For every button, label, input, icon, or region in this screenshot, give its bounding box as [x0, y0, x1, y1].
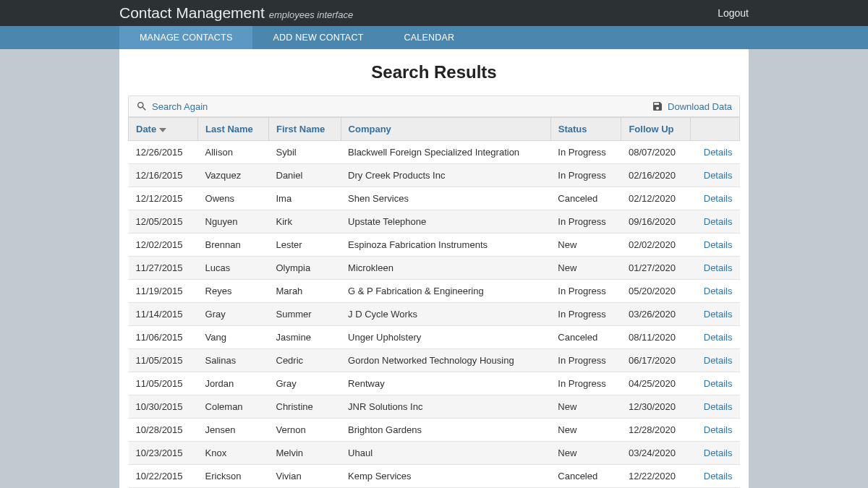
- cell: Kirk: [269, 210, 341, 234]
- details-link[interactable]: Details: [698, 193, 733, 204]
- cell: 03/26/2020: [621, 303, 691, 326]
- cell: 02/12/2020: [621, 187, 691, 210]
- page-title: Search Results: [128, 62, 740, 82]
- cell: In Progress: [550, 280, 621, 303]
- cell: 03/24/2020: [621, 442, 691, 465]
- cell: Daniel: [269, 164, 341, 187]
- details-link[interactable]: Details: [698, 448, 733, 458]
- table-row: 12/16/2015VazquezDanielDry Creek Product…: [129, 164, 740, 187]
- column-header-status[interactable]: Status: [550, 118, 621, 141]
- cell: Coleman: [198, 395, 269, 419]
- cell: New: [550, 257, 621, 280]
- cell: Owens: [198, 187, 269, 210]
- cell: In Progress: [550, 349, 621, 372]
- cell: 12/05/2015: [129, 210, 198, 234]
- cell: Lucas: [198, 257, 269, 280]
- cell: Shen Services: [341, 187, 550, 210]
- cell: Knox: [198, 442, 269, 465]
- download-data-link[interactable]: Download Data: [652, 100, 732, 112]
- cell: Jasmine: [269, 326, 341, 349]
- nav-tab-calendar[interactable]: CALENDAR: [383, 26, 475, 49]
- cell: Lester: [269, 234, 341, 257]
- cell: Gray: [198, 303, 269, 326]
- toolbar: Search Again Download Data: [128, 95, 740, 117]
- cell: Jordan: [198, 372, 269, 395]
- cell: Olympia: [269, 257, 341, 280]
- sort-desc-icon: [159, 128, 166, 132]
- cell: JNR Solutions Inc: [341, 395, 550, 419]
- cell: Summer: [269, 303, 341, 326]
- column-header-last-name[interactable]: Last Name: [198, 118, 269, 141]
- cell: J D Cycle Works: [341, 303, 550, 326]
- cell: 12/22/2020: [621, 465, 691, 488]
- details-link[interactable]: Details: [698, 355, 733, 366]
- cell: Gray: [269, 372, 341, 395]
- details-link[interactable]: Details: [698, 147, 733, 158]
- cell: 11/05/2015: [129, 372, 198, 395]
- cell: Allison: [198, 141, 269, 164]
- page: Search Results Search Again Download Dat…: [119, 49, 749, 488]
- save-icon: [652, 100, 663, 112]
- cell: Gordon Networked Technology Housing: [341, 349, 550, 372]
- topbar: Contact Management employees interface L…: [0, 0, 868, 26]
- cell: 11/19/2015: [129, 280, 198, 303]
- cell: 11/05/2015: [129, 349, 198, 372]
- cell: Christine: [269, 395, 341, 419]
- cell: G & P Fabrication & Engineering: [341, 280, 550, 303]
- cell: Canceled: [550, 465, 621, 488]
- cell: 11/06/2015: [129, 326, 198, 349]
- details-link[interactable]: Details: [698, 170, 733, 181]
- cell: Blackwell Foreign Specialized Integratio…: [341, 141, 550, 164]
- results-table: DateLast NameFirst NameCompanyStatusFoll…: [128, 117, 740, 488]
- cell: In Progress: [550, 141, 621, 164]
- cell: 01/27/2020: [621, 257, 691, 280]
- column-header-first-name[interactable]: First Name: [269, 118, 341, 141]
- column-header-follow-up[interactable]: Follow Up: [621, 118, 691, 141]
- cell: Ima: [269, 187, 341, 210]
- navbar: MANAGE CONTACTSADD NEW CONTACTCALENDAR: [0, 26, 868, 49]
- cell: Vernon: [269, 419, 341, 442]
- cell: Upstate Telephone: [341, 210, 550, 234]
- cell: In Progress: [550, 210, 621, 234]
- details-link[interactable]: Details: [698, 332, 733, 343]
- cell: 08/07/2020: [621, 141, 691, 164]
- details-link[interactable]: Details: [698, 471, 733, 481]
- cell: Rentway: [341, 372, 550, 395]
- cell: 10/22/2015: [129, 465, 198, 488]
- details-link[interactable]: Details: [698, 239, 733, 250]
- cell: Brighton Gardens: [341, 419, 550, 442]
- nav-tab-add-new-contact[interactable]: ADD NEW CONTACT: [252, 26, 383, 49]
- cell: 09/16/2020: [621, 210, 691, 234]
- table-row: 12/02/2015BrennanLesterEspinoza Fabricat…: [129, 234, 740, 257]
- cell: Jensen: [198, 419, 269, 442]
- search-again-link[interactable]: Search Again: [136, 100, 208, 112]
- cell: 10/23/2015: [129, 442, 198, 465]
- details-link[interactable]: Details: [698, 286, 733, 296]
- details-link[interactable]: Details: [698, 424, 733, 435]
- brand: Contact Management employees interface: [119, 4, 353, 22]
- cell: 11/27/2015: [129, 257, 198, 280]
- table-row: 10/22/2015EricksonVivianKemp ServicesCan…: [129, 465, 740, 488]
- cell: Salinas: [198, 349, 269, 372]
- cell: 11/14/2015: [129, 303, 198, 326]
- cell: Sybil: [269, 141, 341, 164]
- details-link[interactable]: Details: [698, 216, 733, 227]
- details-link[interactable]: Details: [698, 262, 733, 273]
- table-row: 10/23/2015KnoxMelvinUhaulNew03/24/2020De…: [129, 442, 740, 465]
- details-link[interactable]: Details: [698, 401, 733, 412]
- details-link[interactable]: Details: [698, 378, 733, 389]
- brand-title: Contact Management: [119, 4, 265, 22]
- cell: 10/28/2015: [129, 419, 198, 442]
- cell: 08/11/2020: [621, 326, 691, 349]
- table-row: 11/05/2015JordanGrayRentwayIn Progress04…: [129, 372, 740, 395]
- cell: 12/28/2020: [621, 419, 691, 442]
- nav-tab-manage-contacts[interactable]: MANAGE CONTACTS: [119, 26, 252, 49]
- details-link[interactable]: Details: [698, 309, 733, 320]
- column-header-date[interactable]: Date: [129, 118, 198, 141]
- cell: 06/17/2020: [621, 349, 691, 372]
- column-header-company[interactable]: Company: [341, 118, 550, 141]
- cell: In Progress: [550, 164, 621, 187]
- logout-link[interactable]: Logout: [718, 7, 749, 19]
- cell: 10/30/2015: [129, 395, 198, 419]
- download-data-label: Download Data: [668, 101, 732, 112]
